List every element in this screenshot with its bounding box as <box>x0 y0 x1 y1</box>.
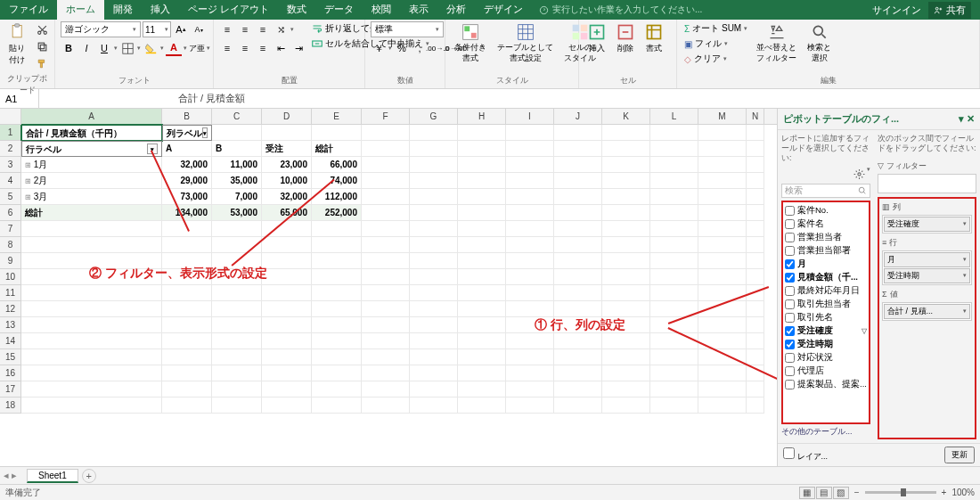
cell[interactable] <box>458 253 506 269</box>
cell[interactable] <box>458 141 506 157</box>
col-header[interactable]: A <box>21 109 162 124</box>
cell[interactable] <box>650 333 698 349</box>
cell[interactable] <box>554 221 602 237</box>
select-all-corner[interactable] <box>0 109 21 125</box>
cell[interactable] <box>650 349 698 365</box>
align-center-icon[interactable]: ≡ <box>237 40 253 56</box>
cell[interactable] <box>262 237 312 253</box>
cell[interactable]: 総計 <box>312 141 362 157</box>
cell[interactable] <box>554 381 602 398</box>
indent-inc-icon[interactable]: ⇥ <box>290 40 306 56</box>
tab-ファイル[interactable]: ファイル <box>0 0 57 20</box>
cell[interactable] <box>362 237 410 253</box>
cell[interactable] <box>162 253 212 269</box>
cell[interactable]: 112,000 <box>312 189 362 205</box>
cell[interactable] <box>602 189 650 205</box>
cell[interactable] <box>410 269 458 285</box>
cell[interactable] <box>21 269 162 285</box>
area-item[interactable]: 受注確度▾ <box>884 217 970 232</box>
row-header[interactable]: 4 <box>0 173 21 189</box>
cell[interactable] <box>747 141 764 157</box>
cell[interactable] <box>262 333 312 349</box>
cell[interactable] <box>698 333 747 349</box>
sheet-area[interactable]: ABCDEFGHIJKLMN 1合計 / 見積金額（千円）列ラベル▾2行ラベル▾… <box>0 109 777 466</box>
cell[interactable] <box>602 381 650 398</box>
underline-button[interactable]: U <box>96 40 112 56</box>
field-item[interactable]: 営業担当者 <box>785 231 867 244</box>
cell[interactable] <box>506 141 554 157</box>
cell[interactable] <box>410 141 458 157</box>
filter-icon[interactable]: ▾ <box>147 143 158 154</box>
cell[interactable] <box>602 141 650 157</box>
cell[interactable] <box>312 381 362 398</box>
cell[interactable] <box>362 221 410 237</box>
cell[interactable] <box>698 285 747 301</box>
cell[interactable] <box>262 398 312 414</box>
cell[interactable] <box>458 189 506 205</box>
other-tables-link[interactable]: その他のテーブル... <box>781 424 870 439</box>
cell[interactable] <box>506 398 554 414</box>
cell[interactable] <box>506 381 554 398</box>
cell[interactable]: 7,000 <box>212 189 262 205</box>
cell[interactable] <box>602 157 650 173</box>
column-headers[interactable]: ABCDEFGHIJKLMN <box>21 109 777 125</box>
cell[interactable]: 受注 <box>262 141 312 157</box>
cell[interactable] <box>312 253 362 269</box>
values-area[interactable]: 合計 / 見積...▾ <box>882 302 972 321</box>
share-button[interactable]: 共有 <box>928 2 971 19</box>
cell[interactable] <box>362 253 410 269</box>
filter-icon[interactable]: ▾ <box>202 127 208 138</box>
cell[interactable] <box>21 333 162 349</box>
cell[interactable] <box>747 157 764 173</box>
zoom-out-button[interactable]: − <box>854 488 860 497</box>
col-header[interactable]: M <box>698 109 747 124</box>
row-header[interactable]: 12 <box>0 301 21 317</box>
row-header[interactable]: 8 <box>0 237 21 253</box>
cell[interactable] <box>262 381 312 398</box>
cell[interactable]: 252,000 <box>312 205 362 221</box>
sheet-tab-active[interactable]: Sheet1 <box>27 469 78 483</box>
field-search[interactable]: 検索 <box>781 184 870 198</box>
font-name-select[interactable]: 游ゴシック▾ <box>61 21 141 37</box>
cell[interactable] <box>554 253 602 269</box>
cell[interactable] <box>458 381 506 398</box>
row-header[interactable]: 2 <box>0 141 21 157</box>
cell[interactable] <box>312 317 362 333</box>
cell[interactable] <box>362 349 410 365</box>
cell[interactable] <box>747 349 764 365</box>
cell[interactable] <box>458 157 506 173</box>
tab-挿入[interactable]: 挿入 <box>142 0 179 20</box>
cell[interactable] <box>162 237 212 253</box>
cell[interactable] <box>312 285 362 301</box>
cell[interactable] <box>650 253 698 269</box>
indent-dec-icon[interactable]: ⇤ <box>273 40 289 56</box>
cell[interactable] <box>262 365 312 381</box>
defer-layout-checkbox[interactable]: レイア... <box>783 447 828 463</box>
cell[interactable] <box>602 333 650 349</box>
col-header[interactable]: G <box>410 109 458 124</box>
cell[interactable] <box>698 189 747 205</box>
cell[interactable] <box>212 365 262 381</box>
cell[interactable] <box>312 237 362 253</box>
bold-button[interactable]: B <box>61 40 77 56</box>
cell[interactable]: 11,000 <box>212 157 262 173</box>
zoom-level[interactable]: 100% <box>951 488 975 497</box>
cell[interactable] <box>506 221 554 237</box>
cell[interactable] <box>162 333 212 349</box>
cell[interactable] <box>554 205 602 221</box>
col-header[interactable]: B <box>162 109 212 124</box>
cell[interactable] <box>747 285 764 301</box>
cell[interactable] <box>262 317 312 333</box>
cell[interactable] <box>410 301 458 317</box>
cell[interactable] <box>602 125 650 141</box>
cell[interactable] <box>458 285 506 301</box>
cell[interactable] <box>650 237 698 253</box>
cell[interactable] <box>262 221 312 237</box>
tab-数式[interactable]: 数式 <box>278 0 315 20</box>
cell[interactable] <box>21 237 162 253</box>
update-button[interactable]: 更新 <box>944 447 975 463</box>
cell[interactable] <box>506 205 554 221</box>
gear-icon[interactable] <box>851 166 867 182</box>
cell[interactable] <box>212 237 262 253</box>
cell[interactable]: 66,000 <box>312 157 362 173</box>
